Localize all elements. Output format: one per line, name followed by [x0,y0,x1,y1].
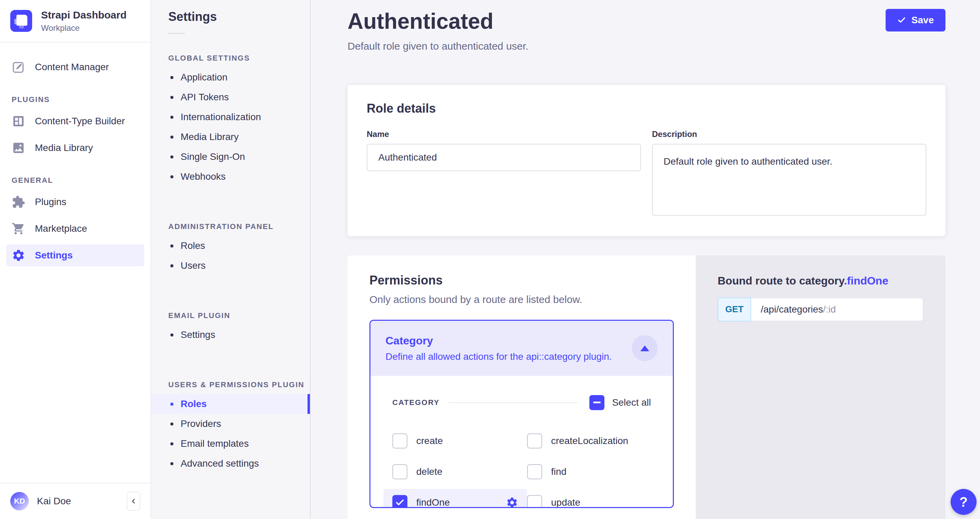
bullet-icon [170,462,173,465]
sidebar-item-settings[interactable]: Settings [6,244,144,266]
subnav-item-label: Webhooks [181,171,226,182]
action-row-update: update [518,489,651,508]
update-checkbox[interactable] [527,495,542,508]
save-button[interactable]: Save [886,9,945,32]
subnav-item-label: Roles [181,240,205,251]
brand[interactable]: Strapi Dashboard Workplace [0,0,151,42]
brand-title: Strapi Dashboard [41,9,127,21]
subnav-item-up-roles[interactable]: Roles [151,394,310,414]
subnav-item-admin-roles[interactable]: Roles [151,236,310,256]
sidebar-item-plugins[interactable]: Plugins [6,191,144,213]
subnav-item-admin-users[interactable]: Users [151,256,310,276]
create-checkbox[interactable] [392,433,407,449]
action-row-createlocalization: createLocalization [518,427,651,455]
subnav-item-label: Settings [181,329,215,340]
subnav-item-application[interactable]: Application [151,67,310,87]
bullet-icon [170,264,173,267]
name-input[interactable] [367,144,641,171]
bound-route-prefix: Bound route to [718,275,799,287]
action-settings-gear-icon[interactable] [506,497,518,508]
subnav-item-label: API Tokens [181,92,229,103]
collapse-sidebar-button[interactable] [127,492,140,511]
action-row-create: create [383,427,527,455]
subnav-item-providers[interactable]: Providers [151,414,310,434]
bullet-icon [170,244,173,248]
bullet-icon [170,155,173,158]
createlocalization-checkbox[interactable] [527,433,542,449]
sidebar-section-general: GENERAL [12,176,144,185]
collapse-accordion-button[interactable] [632,335,658,361]
strapi-logo-icon [10,10,32,32]
name-label: Name [367,129,641,139]
category-accordion-body: CATEGORY Select all create [371,376,673,508]
sidebar-item-marketplace[interactable]: Marketplace [6,218,144,240]
subnav-item-label: Application [181,72,228,83]
description-textarea[interactable]: Default role given to authenticated user… [652,144,926,216]
subnav-item-advanced-settings[interactable]: Advanced settings [151,454,310,473]
subnav-section-administration-panel: ADMINISTRATION PANEL [168,222,310,231]
route-path: /api/categories/:id [751,297,924,321]
permissions-subtitle: Only actions bound by a route are listed… [369,294,674,305]
page-header-text: Authenticated Default role given to auth… [348,9,528,52]
bullet-icon [170,76,173,79]
avatar[interactable]: KD [10,492,29,511]
sidebar-footer: KD Kai Doe [0,483,151,519]
category-accordion-header[interactable]: Category Define all allowed actions for … [371,321,673,376]
bullet-icon [170,334,173,337]
subnav-item-api-tokens[interactable]: API Tokens [151,87,310,107]
sidebar-nav: Content Manager PLUGINS Content-Type Bui… [0,42,151,483]
bullet-icon [170,442,173,446]
sidebar-item-label: Plugins [35,196,66,208]
sidebar-item-content-type-builder[interactable]: Content-Type Builder [6,110,144,132]
category-accordion: Category Define all allowed actions for … [369,320,674,508]
select-all-checkbox[interactable] [589,395,605,410]
bullet-icon [170,96,173,99]
select-all-label: Select all [612,397,651,408]
find-checkbox[interactable] [527,464,542,479]
accordion-title: Category [385,334,612,347]
divider [449,402,578,403]
subnav-item-internationalization[interactable]: Internationalization [151,107,310,127]
gear-icon [12,249,25,262]
subnav-item-label: Email templates [181,438,249,449]
action-label: findOne [416,497,450,508]
bullet-icon [170,116,173,119]
subnav-item-email-settings[interactable]: Settings [151,325,310,345]
findone-checkbox[interactable] [392,495,407,508]
subnav-item-webhooks[interactable]: Webhooks [151,167,310,187]
role-details-fields: Name Description Default role given to a… [367,129,926,217]
subnav-item-email-templates[interactable]: Email templates [151,434,310,454]
help-button[interactable]: ? [951,489,977,515]
settings-subnav: Settings GLOBAL SETTINGS Application API… [151,0,310,519]
subnav-section-users-permissions-plugin: USERS & PERMISSIONS PLUGIN [168,380,310,389]
select-all-control[interactable]: Select all [589,395,651,410]
permissions-card: Permissions Only actions bound by a rout… [348,256,696,519]
main-content: Authenticated Default role given to auth… [310,0,980,519]
chevron-up-icon [640,345,649,351]
page-subtitle: Default role given to authenticated user… [348,40,528,52]
role-details-card: Role details Name Description Default ro… [348,85,945,236]
subnav-item-media-library[interactable]: Media Library [151,127,310,147]
bullet-icon [170,402,173,406]
bullet-icon [170,175,173,178]
route-path-param: /:id [823,304,836,315]
action-label: delete [416,466,442,477]
description-field-group: Description Default role given to authen… [652,129,926,217]
action-label: createLocalization [551,436,628,446]
delete-checkbox[interactable] [392,464,407,479]
subnav-title: Settings [168,10,310,24]
divider [168,33,185,34]
sidebar-item-label: Content Manager [35,62,109,73]
sidebar-item-media-library[interactable]: Media Library [6,137,144,159]
save-button-label: Save [912,15,934,26]
subnav-item-label: Users [181,260,205,271]
category-group-label: CATEGORY [392,398,439,407]
description-label: Description [652,129,926,139]
subnav-item-single-sign-on[interactable]: Single Sign-On [151,147,310,167]
action-row-findone: findOne [383,489,527,508]
accordion-header-text: Category Define all allowed actions for … [385,334,612,362]
sidebar-item-content-manager[interactable]: Content Manager [6,56,144,78]
actions-grid: create createLocalization delete fi [392,427,651,508]
permissions-heading: Permissions [369,273,674,287]
category-group-row: CATEGORY Select all [392,395,651,410]
